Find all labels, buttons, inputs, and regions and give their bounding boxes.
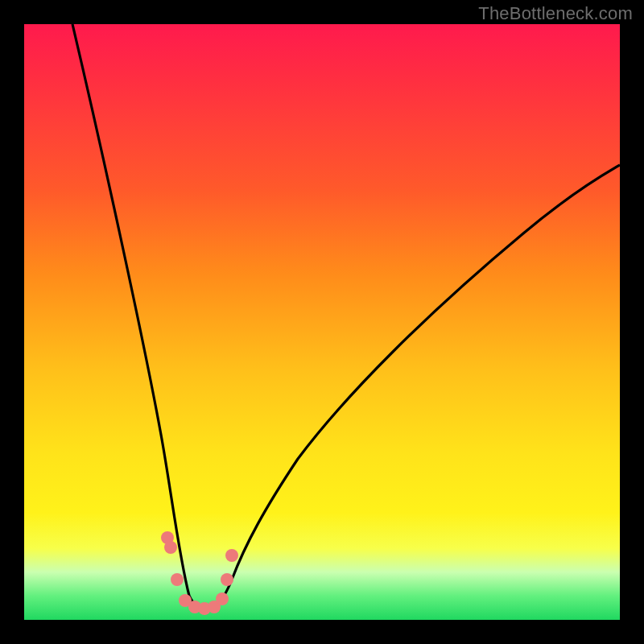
marker-dot	[216, 592, 229, 605]
marker-dot	[225, 549, 238, 562]
curve-layer	[24, 24, 620, 620]
marker-group	[161, 531, 238, 615]
chart-frame: TheBottleneck.com	[0, 0, 644, 644]
watermark-text: TheBottleneck.com	[478, 3, 633, 24]
plot-area	[24, 24, 620, 620]
marker-dot	[164, 541, 177, 554]
marker-dot	[171, 573, 184, 586]
bottleneck-curve	[72, 24, 620, 609]
marker-dot	[221, 573, 233, 586]
